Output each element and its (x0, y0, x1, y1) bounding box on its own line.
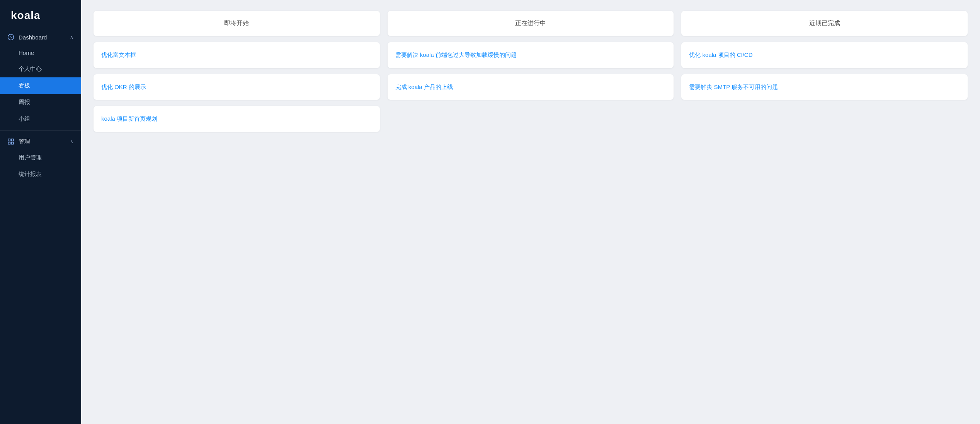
sidebar-item-user-mgmt[interactable]: 用户管理 (0, 149, 81, 166)
sidebar-item-weekly[interactable]: 周报 (0, 94, 81, 111)
task-title: 需要解决 SMTP 服务不可用的问题 (689, 83, 960, 92)
kanban-board: 即将开始优化富文本框优化 OKR 的展示koala 项目新首页规划正在进行中需要… (94, 11, 968, 132)
task-title: koala 项目新首页规划 (101, 115, 372, 123)
svg-line-2 (11, 37, 12, 38)
dashboard-icon (7, 33, 15, 41)
dashboard-section-header[interactable]: Dashboard ∧ (0, 29, 81, 45)
kanban-column-upcoming: 即将开始优化富文本框优化 OKR 的展示koala 项目新首页规划 (94, 11, 380, 132)
sidebar-item-profile[interactable]: 个人中心 (0, 61, 81, 77)
admin-section-header[interactable]: 管理 ∧ (0, 134, 81, 149)
svg-rect-6 (12, 142, 14, 144)
sidebar-item-home[interactable]: Home (0, 45, 81, 61)
sidebar: koala Dashboard ∧ Home个人中心看板周报小组 (0, 0, 81, 424)
dashboard-chevron: ∧ (70, 34, 73, 40)
admin-items: 用户管理统计报表 (0, 149, 81, 183)
main-content: 即将开始优化富文本框优化 OKR 的展示koala 项目新首页规划正在进行中需要… (81, 0, 980, 424)
admin-label: 管理 (19, 138, 30, 145)
svg-rect-3 (8, 139, 10, 141)
kanban-column-in-progress: 正在进行中需要解决 koala 前端包过大导致加载缓慢的问题完成 koala 产… (388, 11, 674, 132)
task-card[interactable]: koala 项目新首页规划 (94, 106, 380, 132)
sidebar-divider (0, 130, 81, 131)
task-title: 完成 koala 产品的上线 (395, 83, 666, 92)
task-card[interactable]: 需要解决 koala 前端包过大导致加载缓慢的问题 (388, 42, 674, 68)
sidebar-item-team[interactable]: 小组 (0, 111, 81, 127)
task-card[interactable]: 完成 koala 产品的上线 (388, 74, 674, 100)
dashboard-label: Dashboard (19, 34, 47, 41)
svg-rect-4 (12, 139, 14, 141)
column-header-in-progress: 正在进行中 (388, 11, 674, 36)
svg-rect-5 (8, 142, 10, 144)
column-header-upcoming: 即将开始 (94, 11, 380, 36)
kanban-column-recently-done: 近期已完成优化 koala 项目的 CI/CD需要解决 SMTP 服务不可用的问… (681, 11, 968, 132)
admin-chevron: ∧ (70, 139, 73, 144)
nav-items: Home个人中心看板周报小组 (0, 45, 81, 127)
task-card[interactable]: 需要解决 SMTP 服务不可用的问题 (681, 74, 968, 100)
task-title: 优化富文本框 (101, 51, 372, 60)
app-logo: koala (0, 0, 81, 29)
task-card[interactable]: 优化富文本框 (94, 42, 380, 68)
sidebar-item-stats[interactable]: 统计报表 (0, 166, 81, 183)
task-card[interactable]: 优化 OKR 的展示 (94, 74, 380, 100)
task-card[interactable]: 优化 koala 项目的 CI/CD (681, 42, 968, 68)
column-header-recently-done: 近期已完成 (681, 11, 968, 36)
task-title: 需要解决 koala 前端包过大导致加载缓慢的问题 (395, 51, 666, 60)
task-title: 优化 koala 项目的 CI/CD (689, 51, 960, 60)
task-title: 优化 OKR 的展示 (101, 83, 372, 92)
sidebar-item-kanban[interactable]: 看板 (0, 77, 81, 94)
admin-icon (7, 138, 15, 145)
